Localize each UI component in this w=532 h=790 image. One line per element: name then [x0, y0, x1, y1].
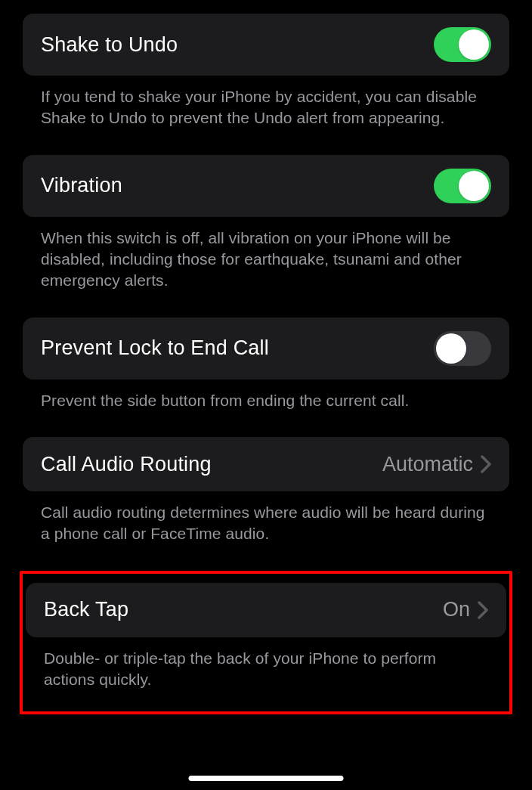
row-title: Back Tap: [44, 598, 128, 621]
footer-text: If you tend to shake your iPhone by acci…: [23, 76, 509, 129]
toggle-knob: [436, 333, 466, 364]
row-right: Automatic: [382, 453, 491, 476]
section-call-audio-routing: Call Audio Routing Automatic Call audio …: [23, 437, 509, 545]
settings-content: Shake to Undo If you tend to shake your …: [0, 0, 532, 714]
row-title: Prevent Lock to End Call: [41, 336, 269, 360]
highlight-back-tap: Back Tap On Double- or triple-tap the ba…: [20, 571, 512, 715]
row-back-tap[interactable]: Back Tap On: [26, 583, 506, 637]
row-title: Shake to Undo: [41, 33, 178, 57]
row-title: Call Audio Routing: [41, 453, 212, 476]
row-right: On: [443, 598, 488, 621]
row-title: Vibration: [41, 174, 122, 197]
section-shake-to-undo: Shake to Undo If you tend to shake your …: [23, 14, 509, 129]
row-value: Automatic: [382, 453, 473, 476]
chevron-right-icon: [481, 455, 491, 473]
footer-text: Call audio routing determines where audi…: [23, 491, 509, 545]
section-prevent-lock-end-call: Prevent Lock to End Call Prevent the sid…: [23, 318, 509, 411]
toggle-knob: [459, 171, 489, 201]
toggle-shake-to-undo[interactable]: [434, 27, 491, 62]
toggle-prevent-lock-end-call[interactable]: [434, 331, 491, 366]
section-vibration: Vibration When this switch is off, all v…: [23, 155, 509, 292]
row-vibration[interactable]: Vibration: [23, 155, 509, 217]
toggle-knob: [459, 29, 489, 60]
row-prevent-lock-end-call[interactable]: Prevent Lock to End Call: [23, 318, 509, 380]
chevron-right-icon: [478, 601, 488, 619]
toggle-vibration[interactable]: [434, 169, 491, 203]
footer-text: Double- or triple-tap the back of your i…: [26, 637, 506, 691]
home-indicator[interactable]: [189, 776, 344, 781]
footer-text: When this switch is off, all vibration o…: [23, 217, 509, 292]
row-shake-to-undo[interactable]: Shake to Undo: [23, 14, 509, 76]
row-call-audio-routing[interactable]: Call Audio Routing Automatic: [23, 437, 509, 491]
row-value: On: [443, 598, 470, 621]
footer-text: Prevent the side button from ending the …: [23, 380, 509, 411]
